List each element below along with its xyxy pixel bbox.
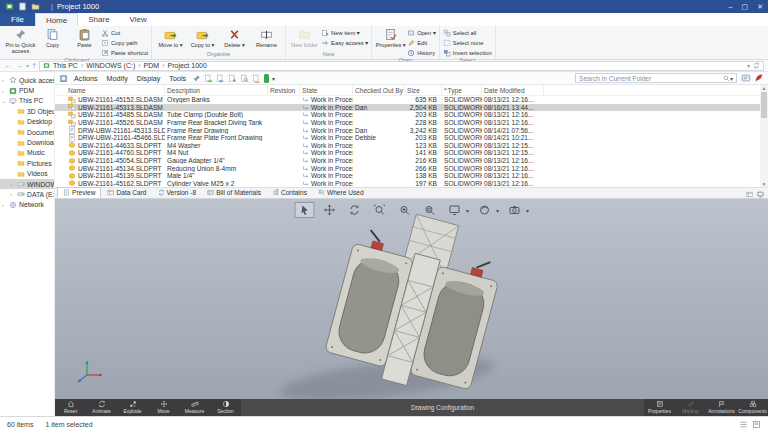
tab-view[interactable]: View <box>120 13 157 26</box>
search-dropdown-icon[interactable]: ▾ <box>730 75 733 82</box>
thumbnail-view-icon[interactable] <box>752 420 761 429</box>
column-header-state[interactable]: State <box>300 85 353 95</box>
pin-to-quick-access-button[interactable]: Pin to Quick access <box>5 27 36 54</box>
up-icon[interactable]: ↑ <box>32 62 36 70</box>
preview-tab-version-8[interactable]: Version -8 <box>153 187 202 198</box>
sidebar-item-documents[interactable]: Documents <box>0 127 54 137</box>
zoom-to-fit-tool-button[interactable] <box>369 202 389 218</box>
sidebar-item-desktop[interactable]: Desktop <box>0 117 54 127</box>
details-view-icon[interactable] <box>739 420 748 429</box>
column-header-description[interactable]: Description <box>165 85 268 95</box>
column-header-name[interactable]: Name <box>55 85 165 95</box>
delete-button[interactable]: Delete ▾ <box>219 27 250 48</box>
preview-tab-where-used[interactable]: Where Used <box>313 187 369 198</box>
display-style-tool-button[interactable] <box>444 202 464 218</box>
preview-viewport[interactable]: ▾▾▾ ResetAnimateExplodeMoveMeasureSectio… <box>55 199 768 416</box>
pdm-more-icon[interactable]: ▾ <box>272 75 275 82</box>
rotate-tool-button[interactable] <box>344 202 364 218</box>
search-icon[interactable] <box>723 75 730 82</box>
search-options-icon[interactable] <box>741 73 751 83</box>
snapshot-tool-button[interactable] <box>504 202 524 218</box>
components-button[interactable]: Components <box>737 399 768 416</box>
properties-button[interactable]: Properties <box>644 399 675 416</box>
undock-preview-icon[interactable] <box>746 191 753 198</box>
menu-tools[interactable]: Tools <box>167 74 188 83</box>
tab-share[interactable]: Share <box>78 13 119 26</box>
breadcrumb-this-pc[interactable]: This PC <box>53 62 78 69</box>
list-scrollbar[interactable]: ▲▼ <box>760 85 768 187</box>
appearances-tool-button[interactable] <box>474 202 494 218</box>
cut-button[interactable]: Cut <box>101 29 148 37</box>
menu-actions[interactable]: Actions <box>72 74 100 83</box>
refresh-icon[interactable] <box>753 62 760 69</box>
minimize-button[interactable]: – <box>729 3 733 11</box>
preview-tab-bill-of-materials[interactable]: Bill of Materials <box>202 187 266 198</box>
sidebar-item-data-e[interactable]: ›DATA (E:) <box>0 189 54 199</box>
sidebar-item-network[interactable]: ›Network <box>0 200 54 210</box>
measure-button[interactable]: Measure <box>179 399 210 416</box>
expander-icon[interactable]: › <box>2 202 7 208</box>
animate-button[interactable]: Animate <box>86 399 117 416</box>
menu-display[interactable]: Display <box>135 74 163 83</box>
reset-button[interactable]: Reset <box>55 399 86 416</box>
search-input[interactable]: Search in Current Folder ▾ <box>575 73 737 83</box>
open-button[interactable]: Open ▾ <box>407 29 436 37</box>
expander-icon[interactable]: › <box>10 191 15 197</box>
address-box[interactable]: This PC›WINDOWS (C:)›PDM›Project 1000 ▾ <box>39 61 764 71</box>
qat-properties-icon[interactable] <box>18 2 27 11</box>
new-folder-button[interactable]: New folder <box>289 27 320 48</box>
paste-button[interactable]: Paste <box>69 27 100 48</box>
preview-tab-preview[interactable]: Preview <box>57 187 101 198</box>
history-button[interactable]: History <box>407 49 436 57</box>
expander-icon[interactable]: › <box>2 88 7 94</box>
qat-newfolder-icon[interactable] <box>31 2 40 11</box>
edit-button[interactable]: Edit <box>407 39 436 47</box>
recent-locations-icon[interactable]: ▾ <box>26 62 29 70</box>
select-all-button[interactable]: Select all <box>443 29 492 37</box>
copy-button[interactable]: Copy <box>37 27 68 48</box>
column-header-type[interactable]: ▴Type <box>442 85 482 95</box>
tab-file[interactable]: File <box>0 13 35 26</box>
new-item-button[interactable]: New item ▾ <box>321 29 368 37</box>
sidebar-item-pdm[interactable]: ›PDM <box>0 85 54 95</box>
menu-modify[interactable]: Modify <box>105 74 130 83</box>
file-row-ubw-21161-45162-sldprt[interactable]: UBW-21161-45162.SLDPRTCylinder Valve M25… <box>55 180 768 187</box>
sidebar-item-music[interactable]: Music <box>0 148 54 158</box>
column-header-revision[interactable]: Revision <box>268 85 300 95</box>
breadcrumb-project-1000[interactable]: Project 1000 <box>168 62 207 69</box>
sidebar-item-windows-c[interactable]: ›WINDOWS (C:) <box>0 179 54 189</box>
pdm-search-tool-icon[interactable] <box>754 73 764 83</box>
copy-path-button[interactable]: Copy path <box>101 39 148 47</box>
fullscreen-preview-icon[interactable] <box>757 191 764 198</box>
sidebar-item-quick-access[interactable]: ›Quick access <box>0 75 54 85</box>
display-style-dropdown-icon[interactable]: ▾ <box>466 207 469 214</box>
select-tool-button[interactable] <box>294 202 314 218</box>
section-button[interactable]: Section <box>210 399 241 416</box>
configuration-label[interactable]: Drawing Configuration <box>411 404 474 411</box>
pan-tool-button[interactable] <box>319 202 339 218</box>
invert-selection-button[interactable]: Invert selection <box>443 49 492 57</box>
snapshot-dropdown-icon[interactable]: ▾ <box>526 207 529 214</box>
select-none-button[interactable]: Select none <box>443 39 492 47</box>
column-header-checked-out-by[interactable]: Checked Out By <box>353 85 405 95</box>
expander-icon[interactable]: › <box>10 181 15 187</box>
preview-tab-data-card[interactable]: Data Card <box>102 187 151 198</box>
breadcrumb-pdm[interactable]: PDM <box>144 62 160 69</box>
properties-button[interactable]: Properties ▾ <box>375 27 406 48</box>
rename-button[interactable]: Rename <box>251 27 282 48</box>
move-to-button[interactable]: Move to ▾ <box>155 27 186 48</box>
expander-icon[interactable]: › <box>2 77 7 83</box>
zoom-in-out-tool-button[interactable] <box>394 202 414 218</box>
close-button[interactable]: ✕ <box>757 3 763 11</box>
explode-button[interactable]: Explode <box>117 399 148 416</box>
sidebar-item-videos[interactable]: Videos <box>0 169 54 179</box>
breadcrumb-windows-c[interactable]: WINDOWS (C:) <box>86 62 135 69</box>
preview-tab-contains[interactable]: Contains <box>267 187 312 198</box>
tab-home[interactable]: Home <box>35 13 78 26</box>
expander-icon[interactable]: ⌄ <box>2 98 7 104</box>
sidebar-item-pictures[interactable]: Pictures <box>0 158 54 168</box>
maximize-button[interactable]: ▢ <box>742 3 749 11</box>
back-icon[interactable]: ← <box>4 62 12 70</box>
sidebar-item-this-pc[interactable]: ⌄This PC <box>0 96 54 106</box>
sidebar-item-3d-objects[interactable]: 3D Objects <box>0 106 54 116</box>
